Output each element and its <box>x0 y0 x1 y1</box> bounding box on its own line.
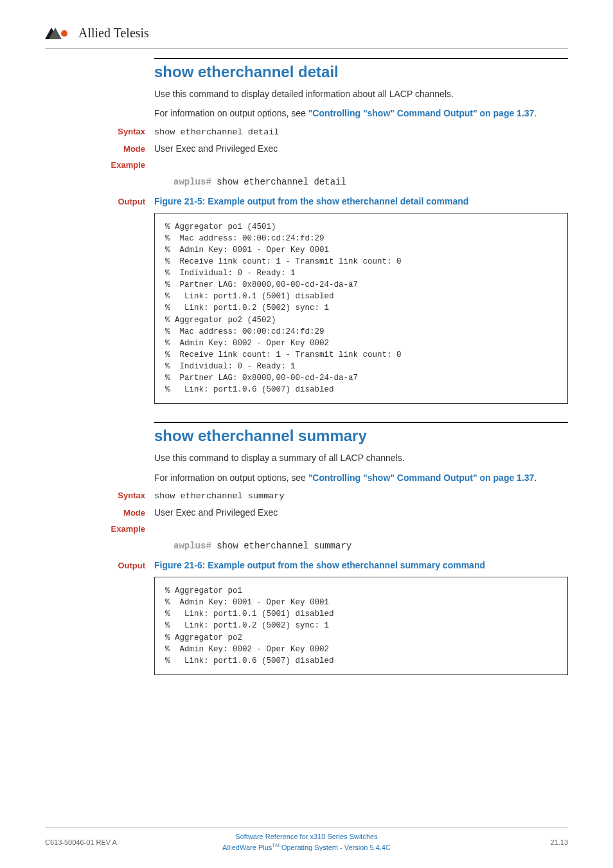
footer-divider <box>45 827 568 828</box>
section-divider <box>154 422 568 423</box>
example-block: awplus# show etherchannel summary <box>173 540 568 551</box>
mode-label: Mode <box>84 508 154 518</box>
footer-page-number: 21.13 <box>438 838 569 846</box>
section-show-etherchannel-detail: show etherchannel detail Use this comman… <box>84 58 568 404</box>
figure-title: Figure 21-5: Example output from the sho… <box>154 196 468 206</box>
example-label: Example <box>84 524 154 534</box>
syntax-value: show etherchannel detail <box>154 127 279 137</box>
output-row: Output Figure 21-6: Example output from … <box>84 560 568 570</box>
output-box: % Aggregator po1 (4501) % Mac address: 0… <box>154 213 568 404</box>
info-link[interactable]: "Controlling "show" Command Output" on p… <box>308 108 535 118</box>
command-title: show etherchannel detail <box>154 63 568 81</box>
svg-point-2 <box>61 30 67 37</box>
footer-line1: Software Reference for x310 Series Switc… <box>235 833 377 840</box>
syntax-label: Syntax <box>84 127 154 136</box>
cli-command: show etherchannel summary <box>211 541 351 551</box>
brand-name: Allied Telesis <box>78 26 149 41</box>
mode-value: User Exec and Privileged Exec <box>154 507 278 518</box>
section-divider <box>154 58 568 59</box>
info-prefix: For information on output options, see <box>154 473 308 483</box>
syntax-row: Syntax show etherchannel summary <box>84 491 568 501</box>
footer-tm: TM <box>272 842 280 848</box>
command-description: Use this command to display detailed inf… <box>154 87 568 100</box>
section-show-etherchannel-summary: show etherchannel summary Use this comma… <box>84 422 568 674</box>
info-link[interactable]: "Controlling "show" Command Output" on p… <box>308 473 535 483</box>
footer-line2-suffix: Operating System - Version 5.4.4C <box>280 844 391 851</box>
mode-row: Mode User Exec and Privileged Exec <box>84 507 568 518</box>
mode-value: User Exec and Privileged Exec <box>154 143 278 154</box>
info-suffix: . <box>534 108 537 118</box>
mode-label: Mode <box>84 144 154 154</box>
footer-line2-prefix: AlliedWare Plus <box>222 844 272 851</box>
output-label: Output <box>84 197 154 206</box>
info-paragraph: For information on output options, see "… <box>154 107 568 120</box>
command-title: show etherchannel summary <box>154 427 568 445</box>
figure-title: Figure 21-6: Example output from the sho… <box>154 560 485 570</box>
footer-doc-id: C613-50046-01 REV A <box>45 838 176 846</box>
brand-logo-icon <box>45 26 73 41</box>
info-paragraph: For information on output options, see "… <box>154 471 568 484</box>
example-block: awplus# show etherchannel detail <box>173 176 568 187</box>
cli-command: show etherchannel detail <box>211 177 346 187</box>
mode-row: Mode User Exec and Privileged Exec <box>84 143 568 154</box>
info-suffix: . <box>534 473 537 483</box>
syntax-value: show etherchannel summary <box>154 491 285 501</box>
page-footer: C613-50046-01 REV A Software Reference f… <box>45 827 568 853</box>
output-box: % Aggregator po1 % Admin Key: 0001 - Ope… <box>154 577 568 675</box>
output-row: Output Figure 21-5: Example output from … <box>84 196 568 206</box>
syntax-label: Syntax <box>84 491 154 500</box>
header-divider <box>45 48 568 49</box>
footer-center: Software Reference for x310 Series Switc… <box>176 832 438 853</box>
command-description: Use this command to display a summary of… <box>154 451 568 464</box>
example-row: Example <box>84 160 568 170</box>
example-row: Example <box>84 524 568 534</box>
info-prefix: For information on output options, see <box>154 108 308 118</box>
output-label: Output <box>84 561 154 570</box>
cli-prompt: awplus# <box>173 541 211 551</box>
header: Allied Telesis <box>45 26 568 41</box>
example-label: Example <box>84 160 154 170</box>
cli-prompt: awplus# <box>173 177 211 187</box>
syntax-row: Syntax show etherchannel detail <box>84 127 568 137</box>
content-area: show etherchannel detail Use this comman… <box>84 58 568 675</box>
